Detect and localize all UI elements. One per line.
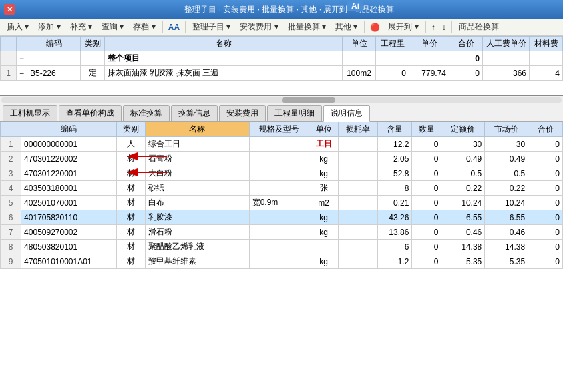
qty-cell: 6 xyxy=(377,240,412,254)
market-cell: 0.5 xyxy=(485,166,528,181)
organize-btn[interactable]: 整理子目 ▾ xyxy=(188,20,234,34)
row-num: 1 xyxy=(1,66,17,81)
scroll-track xyxy=(1,97,562,103)
archive-btn[interactable]: 存档 ▾ xyxy=(129,20,159,34)
code-cell: 480503820101 xyxy=(21,240,117,254)
other-btn[interactable]: 其他 ▾ xyxy=(331,20,361,34)
col-header-amount: 数量 xyxy=(412,122,441,137)
table-row[interactable]: 1 − B5-226 定 抹灰面油漆 乳胶漆 抹灰面 三遍 100m2 0 77… xyxy=(1,66,563,81)
row-num: 9 xyxy=(1,254,21,269)
aa-icon[interactable]: AA xyxy=(166,21,182,33)
table-row[interactable]: 7 400509270002 材 滑石粉 kg 13.86 0 0.46 0.4… xyxy=(1,225,563,240)
table-row[interactable]: 3 470301220001 材 大白粉 kg 52.8 0 0.5 0.5 0 xyxy=(1,166,563,181)
qty-cell: 12.2 xyxy=(377,137,412,152)
tab-unit-price[interactable]: 查看单价构成 xyxy=(59,105,122,121)
amount-cell: 0 xyxy=(412,210,441,225)
tab-install-fee[interactable]: 安装费用 xyxy=(219,105,266,121)
quota-cell: 0.46 xyxy=(441,225,485,240)
code-cell: B5-226 xyxy=(27,66,81,81)
batch-calc-btn[interactable]: 批量换算 ▾ xyxy=(284,20,330,34)
separator-1 xyxy=(162,21,163,33)
quota-cell: 0.49 xyxy=(441,152,485,166)
col-header-qty: 工程里 xyxy=(376,37,409,51)
separator-4 xyxy=(425,21,426,33)
spec-cell xyxy=(249,210,309,225)
down-arrow-icon[interactable]: ↓ xyxy=(439,21,449,33)
col-header-loss: 损耗率 xyxy=(339,122,377,137)
table-row[interactable]: 9 470501010001A01 材 羧甲基纤维素 kg 1.2 0 5.35… xyxy=(1,254,563,269)
up-arrow-icon[interactable]: ↑ xyxy=(429,21,438,33)
loss-cell xyxy=(339,225,377,240)
code-cell: 403503180001 xyxy=(21,181,117,196)
spec-cell xyxy=(249,137,309,152)
row-num: 5 xyxy=(1,196,21,210)
qty-cell: 0 xyxy=(376,66,409,81)
col-header-name: 名称 xyxy=(105,37,343,51)
name-cell: 整个项目 xyxy=(105,51,343,66)
insert-btn[interactable]: 插入 ▾ xyxy=(3,20,33,34)
add-btn[interactable]: 添加 ▾ xyxy=(34,20,64,34)
type-cell: 材 xyxy=(117,225,146,240)
unit-cell: kg xyxy=(309,254,339,269)
concrete-swap-btn[interactable]: 商品砼换算 xyxy=(455,20,503,34)
table-row[interactable]: 1 000000000001 人 综合工日 工日 12.2 0 30 30 0 xyxy=(1,137,563,152)
col-header-market: 市场价 xyxy=(485,122,528,137)
price-cell xyxy=(409,51,449,66)
ai-badge: Ai xyxy=(347,1,363,11)
col-header-material: 材料费 xyxy=(530,37,563,51)
market-cell: 0.49 xyxy=(485,152,528,166)
tab-standard-calc[interactable]: 标准换算 xyxy=(123,105,170,121)
name-cell: 大白粉 xyxy=(146,166,250,181)
total-cell: 0 xyxy=(528,254,563,269)
table-row[interactable]: 4 403503180001 材 砂纸 张 8 0 0.22 0.22 0 xyxy=(1,181,563,196)
tab-description[interactable]: 说明信息 xyxy=(323,105,370,122)
market-cell: 6.55 xyxy=(485,210,528,225)
tab-labor-machine[interactable]: 工料机显示 xyxy=(3,105,57,121)
table-row[interactable]: − 整个项目 0 xyxy=(1,51,563,66)
expand-toggle[interactable]: − xyxy=(17,66,27,81)
close-button[interactable]: ✕ xyxy=(4,4,15,15)
scroll-thumb[interactable] xyxy=(282,97,335,103)
col-header-rownum xyxy=(1,37,17,51)
code-cell xyxy=(27,51,81,66)
quota-cell: 0.5 xyxy=(441,166,485,181)
expand-icon[interactable]: 🔴 xyxy=(367,21,383,33)
query-btn[interactable]: 查询 ▾ xyxy=(98,20,128,34)
row-num: 6 xyxy=(1,210,21,225)
table-row[interactable]: 5 402501070001 材 白布 宽0.9m m2 0.21 0 10.2… xyxy=(1,196,563,210)
bottom-grid: 编码 类别 名称 规格及型号 单位 损耗率 含量 数量 定额价 市场价 合价 1… xyxy=(0,122,563,392)
tab-calc-info[interactable]: 换算信息 xyxy=(171,105,218,121)
supplement-btn[interactable]: 补充 ▾ xyxy=(66,20,96,34)
unit-cell: 张 xyxy=(309,181,339,196)
separator-5 xyxy=(451,21,452,33)
code-cell: 000000000001 xyxy=(21,137,117,152)
horizontal-scrollbar[interactable] xyxy=(0,96,563,104)
name-cell: 羧甲基纤维素 xyxy=(146,254,250,269)
spec-cell xyxy=(249,254,309,269)
col-header-type: 类别 xyxy=(117,122,146,137)
loss-cell xyxy=(339,210,377,225)
tab-qty-detail[interactable]: 工程量明细 xyxy=(267,105,322,121)
table-row[interactable]: 8 480503820101 材 聚醋酸乙烯乳液 6 0 14.38 14.38… xyxy=(1,240,563,254)
install-fee-btn[interactable]: 安装费用 ▾ xyxy=(236,20,282,34)
table-row[interactable]: 6 401705820110 材 乳胶漆 kg 43.26 0 6.55 6.5… xyxy=(1,210,563,225)
expand-toggle[interactable]: − xyxy=(17,51,27,66)
type-cell: 定 xyxy=(81,66,105,81)
row-num: 2 xyxy=(1,152,21,166)
top-table: 编码 类别 名称 单位 工程里 单价 合价 人工费单价 材料费 − 整 xyxy=(0,36,563,81)
expand-to-btn[interactable]: 展开到 ▾ xyxy=(384,20,422,34)
row-num: 3 xyxy=(1,166,21,181)
code-cell: 470501010001A01 xyxy=(21,254,117,269)
row-num xyxy=(1,51,17,66)
top-grid: 编码 类别 名称 单位 工程里 单价 合价 人工费单价 材料费 − 整 xyxy=(0,36,563,96)
unit-cell xyxy=(343,51,376,66)
col-header-price: 单价 xyxy=(409,37,449,51)
amount-cell: 0 xyxy=(412,152,441,166)
table-row[interactable]: 2 470301220002 材 石膏粉 kg 2.05 0 0.49 0.49… xyxy=(1,152,563,166)
bottom-table: 编码 类别 名称 规格及型号 单位 损耗率 含量 数量 定额价 市场价 合价 1… xyxy=(0,122,563,269)
total-cell: 0 xyxy=(528,196,563,210)
type-cell: 材 xyxy=(117,196,146,210)
name-cell: 乳胶漆 xyxy=(146,210,250,225)
unit-cell: kg xyxy=(309,152,339,166)
quota-cell: 14.38 xyxy=(441,240,485,254)
